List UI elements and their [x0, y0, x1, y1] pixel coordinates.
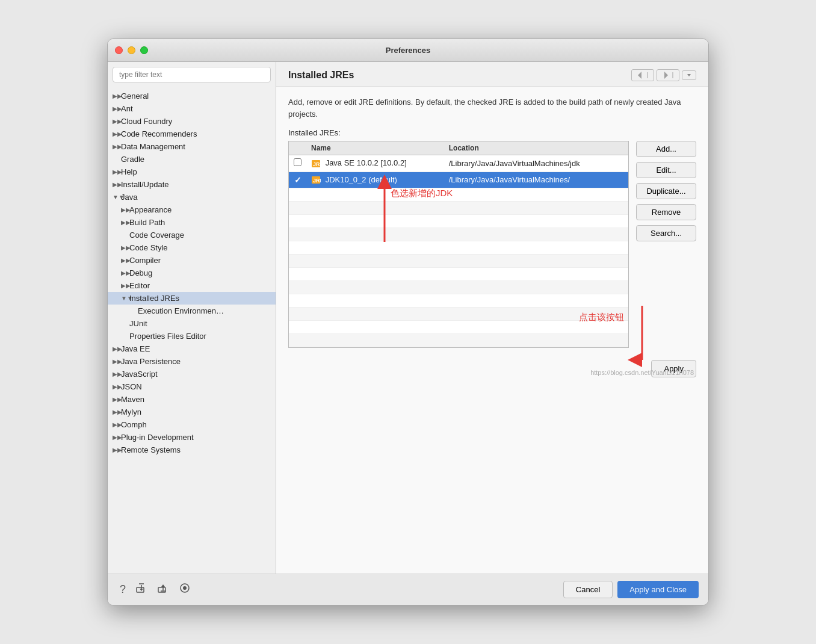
jre-location-0: /Library/Java/JavaVirtualMachines/jdk [444, 155, 628, 172]
sidebar-item-installed-jres[interactable]: ▼ Installed JREs [108, 292, 276, 305]
sidebar-item-editor[interactable]: ▶ Editor [108, 279, 276, 292]
sidebar-item-javascript[interactable]: ▶ JavaScript [108, 368, 276, 380]
sidebar-label: Appearance [129, 205, 172, 214]
duplicate-button[interactable]: Duplicate... [636, 183, 696, 199]
sidebar-item-oomph[interactable]: ▶ Oomph [108, 418, 276, 431]
import-icon [135, 583, 147, 593]
sidebar-item-java-ee[interactable]: ▶ Java EE [108, 342, 276, 355]
sidebar-label: Plug-in Development [121, 433, 194, 442]
back-button[interactable] [631, 69, 654, 81]
sidebar-item-install-update[interactable]: ▶ Install/Update [108, 178, 276, 191]
col-check [289, 141, 306, 155]
sidebar-item-junit[interactable]: ▶ JUnit [108, 317, 276, 330]
nav-arrows [631, 69, 696, 81]
import-button[interactable] [133, 580, 150, 599]
arrow-icon: ▶ [113, 383, 120, 390]
sidebar-item-remote-systems[interactable]: ▶ Remote Systems [108, 444, 276, 456]
table-row-empty [289, 241, 628, 255]
minimize-button[interactable] [128, 46, 135, 54]
svg-text:JRE: JRE [313, 161, 321, 167]
row-checkbox[interactable] [289, 155, 306, 172]
search-input[interactable] [113, 67, 271, 82]
sidebar-label: Debug [129, 268, 152, 277]
table-row-empty [289, 255, 628, 268]
sidebar-item-build-path[interactable]: ▶ Build Path [108, 216, 276, 229]
table-row[interactable]: JRE Java SE 10.0.2 [10.0.2] /Library/Jav… [289, 155, 628, 172]
sidebar-label: Cloud Foundry [121, 117, 172, 126]
arrow-icon: ▶ [113, 105, 120, 112]
sidebar-item-java-persistence[interactable]: ▶ Java Persistence [108, 355, 276, 368]
table-row-empty [289, 188, 628, 202]
sidebar-item-compiler[interactable]: ▶ Compiler [108, 254, 276, 267]
sidebar-item-general[interactable]: ▶ General [108, 90, 276, 102]
search-button[interactable]: Search... [636, 225, 696, 241]
col-name: Name [306, 141, 444, 155]
table-header-row: Name Location [289, 141, 628, 155]
table-row-empty [289, 281, 628, 294]
sidebar-item-data-management[interactable]: ▶ Data Management [108, 140, 276, 153]
window-title: Preferences [386, 46, 430, 55]
sidebar-item-gradle[interactable]: ▶ Gradle [108, 153, 276, 166]
forward-button[interactable] [657, 69, 679, 81]
sidebar-item-maven[interactable]: ▶ Maven [108, 393, 276, 406]
arrow-icon: ▶ [121, 257, 128, 264]
help-button[interactable]: ? [117, 581, 128, 598]
sidebar-label: Java Persistence [121, 357, 181, 366]
table-row-empty [289, 202, 628, 215]
titlebar: Preferences [108, 39, 708, 62]
sidebar-label: Java EE [121, 344, 150, 353]
footer-left: ? [117, 580, 193, 599]
sidebar-item-appearance[interactable]: ▶ Appearance [108, 203, 276, 216]
svg-marker-2 [664, 72, 668, 79]
side-buttons: Add... Edit... Duplicate... Remove Searc… [636, 141, 696, 241]
export-icon [157, 583, 169, 593]
table-wrapper: Name Location [288, 141, 629, 354]
sidebar-item-ant[interactable]: ▶ Ant [108, 102, 276, 115]
add-button[interactable]: Add... [636, 141, 696, 157]
dropdown-button[interactable] [682, 70, 696, 80]
arrow-icon: ▶ [121, 206, 128, 213]
arrow-icon: ▼ [121, 295, 128, 302]
remove-button[interactable]: Remove [636, 204, 696, 220]
edit-button[interactable]: Edit... [636, 162, 696, 178]
arrow-icon: ▼ [113, 194, 120, 200]
arrow-icon: ▶ [121, 219, 128, 226]
sidebar-item-debug[interactable]: ▶ Debug [108, 267, 276, 279]
sidebar-item-java[interactable]: ▼ Java [108, 191, 276, 203]
export-button[interactable] [155, 580, 172, 599]
cancel-button[interactable]: Cancel [563, 581, 613, 598]
sidebar-item-code-style[interactable]: ▶ Code Style [108, 241, 276, 254]
sidebar-item-code-coverage[interactable]: ▶ Code Coverage [108, 229, 276, 241]
sidebar-label: Build Path [129, 218, 165, 227]
table-row-empty [289, 321, 628, 334]
svg-marker-4 [687, 74, 691, 76]
sidebar-item-properties-files-editor[interactable]: ▶ Properties Files Editor [108, 330, 276, 342]
jre-checkbox-0[interactable] [294, 158, 301, 166]
table-row[interactable]: ✓ JRE JDK10_0_2 (default) [289, 172, 628, 188]
arrow-icon: ▶ [121, 282, 128, 289]
maximize-button[interactable] [140, 46, 148, 54]
row-checkbox[interactable]: ✓ [289, 172, 306, 188]
sidebar-label: Editor [129, 281, 150, 290]
installed-jres-label: Installed JREs: [288, 128, 696, 137]
sidebar-item-cloud-foundry[interactable]: ▶ Cloud Foundry [108, 115, 276, 128]
tree: ▶ General ▶ Ant ▶ Cloud Foundry ▶ Code R… [108, 87, 276, 574]
refresh-button[interactable] [176, 580, 193, 599]
sidebar-item-code-recommenders[interactable]: ▶ Code Recommenders [108, 128, 276, 140]
close-button[interactable] [115, 46, 123, 54]
sidebar-item-execution-environments[interactable]: ▶ Execution Environmen… [108, 305, 276, 317]
sidebar-item-help[interactable]: ▶ Help [108, 166, 276, 178]
sidebar-item-json[interactable]: ▶ JSON [108, 380, 276, 393]
sidebar-item-mylyn[interactable]: ▶ Mylyn [108, 406, 276, 418]
sidebar-item-plug-in-development[interactable]: ▶ Plug-in Development [108, 431, 276, 444]
sidebar: ▶ General ▶ Ant ▶ Cloud Foundry ▶ Code R… [108, 62, 276, 574]
table-row-empty [289, 215, 628, 228]
apply-close-button[interactable]: Apply and Close [617, 581, 699, 598]
arrow-icon: ▶ [113, 358, 120, 365]
svg-marker-19 [161, 584, 165, 587]
sidebar-label: Ant [121, 104, 133, 113]
svg-rect-13 [137, 587, 144, 592]
preferences-window: Preferences ▶ General ▶ Ant ▶ Cloud Foun… [107, 39, 709, 605]
table-row-empty [289, 228, 628, 241]
arrow-icon: ▶ [113, 345, 120, 352]
